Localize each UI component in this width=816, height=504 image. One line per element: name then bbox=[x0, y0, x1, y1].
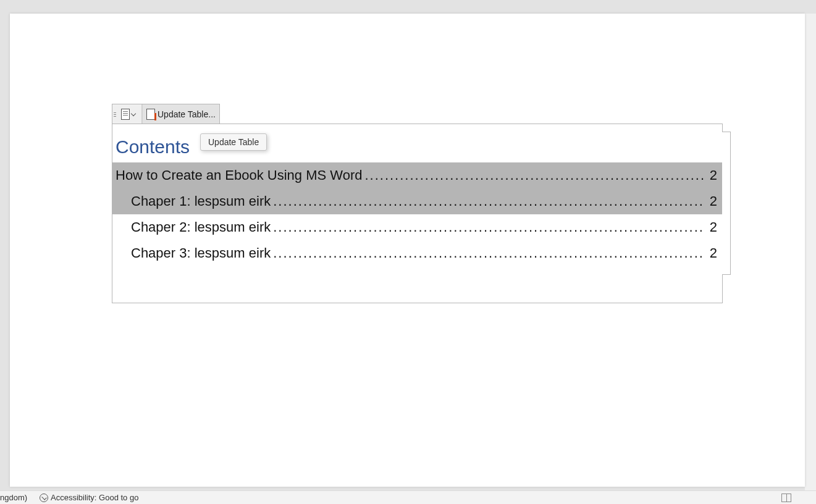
toc-entry[interactable]: How to Create an Ebook Using MS Word 2 bbox=[112, 162, 722, 188]
chevron-down-icon bbox=[131, 111, 136, 116]
toc-entry-page: 2 bbox=[706, 167, 717, 183]
toc-entry-title: Chaper 3: lespsum eirk bbox=[131, 245, 271, 261]
accessibility-icon bbox=[40, 494, 48, 502]
page-icon bbox=[121, 109, 130, 120]
update-table-button[interactable]: Update Table... bbox=[142, 104, 219, 124]
vertical-scrollbar[interactable] bbox=[805, 14, 816, 490]
toc-toolbar: Update Table... bbox=[112, 104, 220, 124]
toc-entry-page: 2 bbox=[706, 245, 717, 261]
toc-entry[interactable]: Chaper 1: lespsum eirk 2 bbox=[112, 188, 722, 214]
toc-leader-dots bbox=[364, 167, 703, 183]
toc-leader-dots bbox=[273, 193, 704, 209]
toc-entry-title: Chaper 1: lespsum eirk bbox=[131, 193, 271, 209]
toc-entry-title: How to Create an Ebook Using MS Word bbox=[116, 167, 362, 183]
status-bar: ngdom) Accessibility: Good to go bbox=[0, 490, 816, 504]
toc-side-handle[interactable] bbox=[722, 132, 731, 275]
update-page-icon bbox=[146, 109, 155, 120]
language-indicator[interactable]: ngdom) bbox=[0, 493, 27, 502]
toolbar-grip-icon[interactable] bbox=[112, 104, 117, 124]
tooltip-text: Update Table bbox=[208, 137, 259, 147]
toc-entry[interactable]: Chaper 2: lespsum eirk 2 bbox=[112, 214, 722, 240]
update-table-tooltip: Update Table bbox=[200, 133, 267, 151]
accessibility-status[interactable]: Accessibility: Good to go bbox=[51, 493, 138, 502]
toc-style-dropdown[interactable] bbox=[117, 104, 142, 124]
document-page: Update Table... Contents How to Create a… bbox=[10, 14, 805, 487]
toc-entry-page: 2 bbox=[706, 219, 717, 235]
toc-leader-dots bbox=[273, 245, 704, 261]
toc-entry[interactable]: Chaper 3: lespsum eirk 2 bbox=[112, 240, 722, 266]
toc-entry-title: Chaper 2: lespsum eirk bbox=[131, 219, 271, 235]
update-table-label: Update Table... bbox=[158, 109, 216, 119]
toc-entry-page: 2 bbox=[706, 193, 717, 209]
read-mode-icon[interactable] bbox=[781, 494, 791, 502]
toc-leader-dots bbox=[273, 219, 704, 235]
